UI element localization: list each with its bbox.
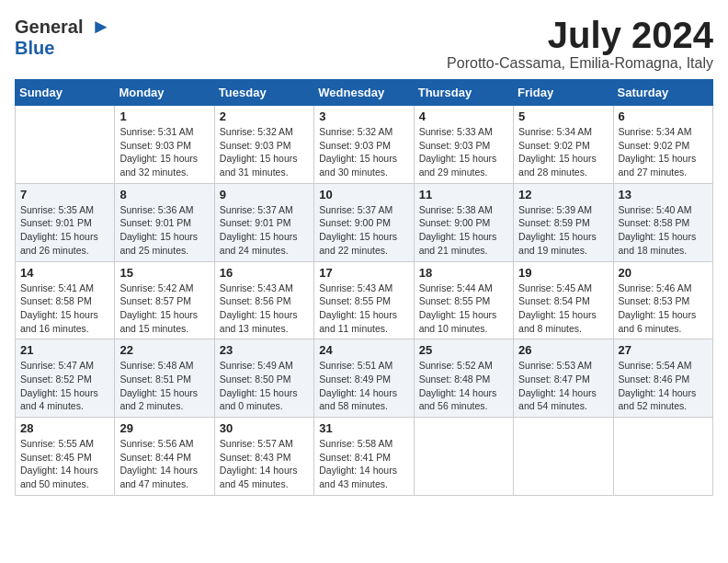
day-number: 5 bbox=[518, 109, 608, 123]
calendar-day-cell: 29Sunrise: 5:56 AMSunset: 8:44 PMDayligh… bbox=[115, 418, 214, 496]
logo-blue-text: Blue bbox=[15, 38, 54, 58]
day-info: Sunrise: 5:40 AMSunset: 8:58 PMDaylight:… bbox=[619, 203, 708, 258]
calendar-day-cell: 20Sunrise: 5:46 AMSunset: 8:53 PMDayligh… bbox=[613, 261, 712, 339]
day-number: 11 bbox=[419, 188, 508, 201]
day-info: Sunrise: 5:42 AMSunset: 8:57 PMDaylight:… bbox=[119, 282, 209, 336]
day-info: Sunrise: 5:46 AMSunset: 8:53 PMDaylight:… bbox=[619, 282, 708, 336]
calendar-day-cell: 6Sunrise: 5:34 AMSunset: 9:02 PMDaylight… bbox=[613, 106, 712, 184]
calendar-day-cell: 3Sunrise: 5:32 AMSunset: 9:03 PMDaylight… bbox=[314, 106, 414, 184]
calendar-day-cell: 18Sunrise: 5:44 AMSunset: 8:55 PMDayligh… bbox=[414, 261, 513, 339]
calendar-day-cell: 15Sunrise: 5:42 AMSunset: 8:57 PMDayligh… bbox=[115, 261, 214, 339]
day-info: Sunrise: 5:47 AMSunset: 8:52 PMDaylight:… bbox=[20, 359, 109, 413]
calendar-day-cell: 10Sunrise: 5:37 AMSunset: 9:00 PMDayligh… bbox=[314, 183, 414, 261]
calendar-day-cell: 24Sunrise: 5:51 AMSunset: 8:49 PMDayligh… bbox=[314, 339, 414, 418]
calendar-day-cell: 2Sunrise: 5:32 AMSunset: 9:03 PMDaylight… bbox=[214, 106, 313, 184]
calendar-day-cell: 14Sunrise: 5:41 AMSunset: 8:58 PMDayligh… bbox=[16, 261, 115, 339]
calendar-day-cell: 21Sunrise: 5:47 AMSunset: 8:52 PMDayligh… bbox=[16, 339, 115, 418]
day-number: 3 bbox=[319, 109, 408, 123]
day-info: Sunrise: 5:32 AMSunset: 9:03 PMDaylight:… bbox=[220, 125, 309, 179]
day-number: 27 bbox=[619, 343, 708, 357]
calendar-day-cell: 16Sunrise: 5:43 AMSunset: 8:56 PMDayligh… bbox=[214, 261, 313, 339]
calendar-day-cell: 9Sunrise: 5:37 AMSunset: 9:01 PMDaylight… bbox=[214, 183, 313, 261]
day-number: 13 bbox=[619, 188, 708, 201]
calendar-day-header: Wednesday bbox=[314, 80, 414, 106]
calendar-day-cell: 13Sunrise: 5:40 AMSunset: 8:58 PMDayligh… bbox=[613, 183, 712, 261]
day-number: 22 bbox=[119, 343, 209, 357]
calendar-day-cell: 27Sunrise: 5:54 AMSunset: 8:46 PMDayligh… bbox=[613, 339, 712, 418]
location-title: Porotto-Cassama, Emilia-Romagna, Italy bbox=[447, 55, 713, 72]
day-info: Sunrise: 5:57 AMSunset: 8:43 PMDaylight:… bbox=[220, 437, 309, 491]
calendar-day-cell: 31Sunrise: 5:58 AMSunset: 8:41 PMDayligh… bbox=[314, 418, 414, 496]
day-number: 8 bbox=[119, 188, 209, 201]
calendar-day-cell: 26Sunrise: 5:53 AMSunset: 8:47 PMDayligh… bbox=[514, 339, 613, 418]
calendar-day-cell: 28Sunrise: 5:55 AMSunset: 8:45 PMDayligh… bbox=[16, 418, 115, 496]
calendar-day-cell: 17Sunrise: 5:43 AMSunset: 8:55 PMDayligh… bbox=[314, 261, 414, 339]
calendar-empty-cell bbox=[514, 418, 613, 496]
month-title: July 2024 bbox=[447, 15, 713, 55]
calendar-day-header: Sunday bbox=[16, 80, 115, 106]
logo-bird-icon: ► bbox=[91, 15, 111, 38]
calendar-day-header: Monday bbox=[115, 80, 214, 106]
calendar-day-cell: 7Sunrise: 5:35 AMSunset: 9:01 PMDaylight… bbox=[16, 183, 115, 261]
calendar-day-header: Friday bbox=[514, 80, 613, 106]
day-number: 10 bbox=[319, 188, 408, 201]
day-number: 12 bbox=[518, 188, 608, 201]
day-info: Sunrise: 5:51 AMSunset: 8:49 PMDaylight:… bbox=[319, 359, 408, 413]
day-number: 25 bbox=[419, 343, 508, 357]
calendar-week-row: 21Sunrise: 5:47 AMSunset: 8:52 PMDayligh… bbox=[16, 339, 713, 418]
day-number: 31 bbox=[319, 421, 408, 435]
day-number: 15 bbox=[119, 266, 209, 280]
day-info: Sunrise: 5:43 AMSunset: 8:55 PMDaylight:… bbox=[319, 282, 408, 336]
day-info: Sunrise: 5:36 AMSunset: 9:01 PMDaylight:… bbox=[119, 203, 209, 258]
day-number: 6 bbox=[619, 109, 708, 123]
calendar-day-header: Saturday bbox=[613, 80, 712, 106]
day-number: 4 bbox=[419, 109, 508, 123]
day-number: 23 bbox=[220, 343, 309, 357]
day-info: Sunrise: 5:44 AMSunset: 8:55 PMDaylight:… bbox=[419, 282, 508, 336]
day-info: Sunrise: 5:33 AMSunset: 9:03 PMDaylight:… bbox=[419, 125, 508, 179]
calendar-table: SundayMondayTuesdayWednesdayThursdayFrid… bbox=[15, 79, 713, 496]
calendar-day-header: Thursday bbox=[414, 80, 513, 106]
day-info: Sunrise: 5:32 AMSunset: 9:03 PMDaylight:… bbox=[319, 125, 408, 179]
calendar-empty-cell bbox=[613, 418, 712, 496]
day-number: 17 bbox=[319, 266, 408, 280]
day-number: 21 bbox=[20, 343, 109, 357]
day-number: 9 bbox=[220, 188, 309, 201]
day-info: Sunrise: 5:31 AMSunset: 9:03 PMDaylight:… bbox=[119, 125, 209, 179]
day-info: Sunrise: 5:34 AMSunset: 9:02 PMDaylight:… bbox=[619, 125, 708, 179]
day-number: 29 bbox=[119, 421, 209, 435]
day-info: Sunrise: 5:58 AMSunset: 8:41 PMDaylight:… bbox=[319, 437, 408, 491]
calendar-header: SundayMondayTuesdayWednesdayThursdayFrid… bbox=[16, 80, 713, 106]
day-info: Sunrise: 5:39 AMSunset: 8:59 PMDaylight:… bbox=[518, 203, 608, 258]
calendar-day-cell: 8Sunrise: 5:36 AMSunset: 9:01 PMDaylight… bbox=[115, 183, 214, 261]
day-number: 18 bbox=[419, 266, 508, 280]
day-number: 2 bbox=[220, 109, 309, 123]
day-info: Sunrise: 5:41 AMSunset: 8:58 PMDaylight:… bbox=[20, 282, 109, 336]
calendar-day-cell: 22Sunrise: 5:48 AMSunset: 8:51 PMDayligh… bbox=[115, 339, 214, 418]
day-number: 24 bbox=[319, 343, 408, 357]
day-info: Sunrise: 5:37 AMSunset: 9:01 PMDaylight:… bbox=[220, 203, 309, 258]
calendar-week-row: 28Sunrise: 5:55 AMSunset: 8:45 PMDayligh… bbox=[16, 418, 713, 496]
day-info: Sunrise: 5:48 AMSunset: 8:51 PMDaylight:… bbox=[119, 359, 209, 413]
day-number: 7 bbox=[20, 188, 109, 201]
logo-general-text: General bbox=[15, 17, 83, 37]
calendar-day-cell: 4Sunrise: 5:33 AMSunset: 9:03 PMDaylight… bbox=[414, 106, 513, 184]
day-info: Sunrise: 5:37 AMSunset: 9:00 PMDaylight:… bbox=[319, 203, 408, 258]
calendar-day-cell: 30Sunrise: 5:57 AMSunset: 8:43 PMDayligh… bbox=[214, 418, 313, 496]
day-number: 16 bbox=[220, 266, 309, 280]
calendar-day-cell: 11Sunrise: 5:38 AMSunset: 9:00 PMDayligh… bbox=[414, 183, 513, 261]
calendar-empty-cell bbox=[414, 418, 513, 496]
calendar-week-row: 14Sunrise: 5:41 AMSunset: 8:58 PMDayligh… bbox=[16, 261, 713, 339]
day-info: Sunrise: 5:45 AMSunset: 8:54 PMDaylight:… bbox=[518, 282, 608, 336]
calendar-empty-cell bbox=[16, 106, 115, 184]
calendar-week-row: 1Sunrise: 5:31 AMSunset: 9:03 PMDaylight… bbox=[16, 106, 713, 184]
day-info: Sunrise: 5:53 AMSunset: 8:47 PMDaylight:… bbox=[518, 359, 608, 413]
page-header: General ► Blue July 2024 Porotto-Cassama… bbox=[15, 15, 713, 72]
day-info: Sunrise: 5:55 AMSunset: 8:45 PMDaylight:… bbox=[20, 437, 109, 491]
day-info: Sunrise: 5:35 AMSunset: 9:01 PMDaylight:… bbox=[20, 203, 109, 258]
calendar-week-row: 7Sunrise: 5:35 AMSunset: 9:01 PMDaylight… bbox=[16, 183, 713, 261]
calendar-day-cell: 23Sunrise: 5:49 AMSunset: 8:50 PMDayligh… bbox=[214, 339, 313, 418]
day-info: Sunrise: 5:34 AMSunset: 9:02 PMDaylight:… bbox=[518, 125, 608, 179]
day-info: Sunrise: 5:38 AMSunset: 9:00 PMDaylight:… bbox=[419, 203, 508, 258]
day-number: 30 bbox=[220, 421, 309, 435]
